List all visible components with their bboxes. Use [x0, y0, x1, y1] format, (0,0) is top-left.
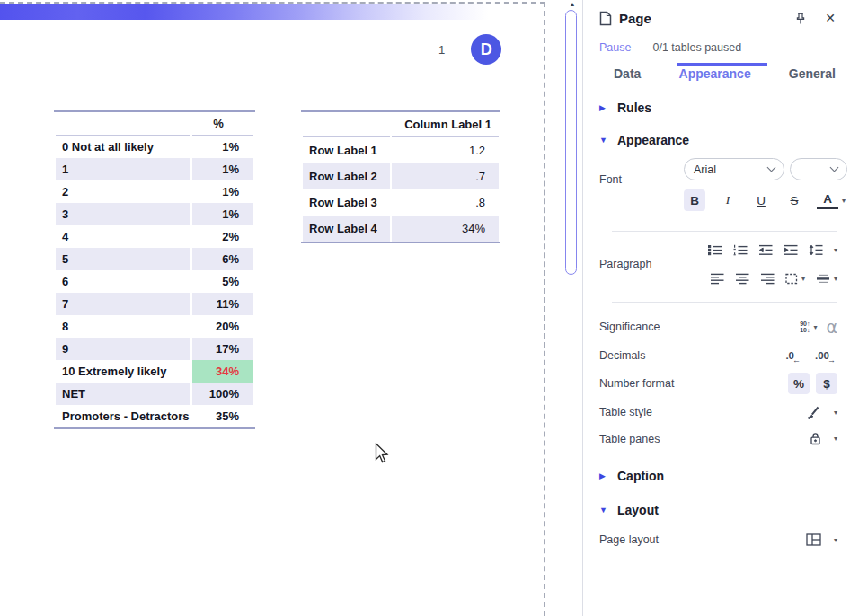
- row-label-cell[interactable]: 3: [56, 203, 190, 225]
- panel-tab[interactable]: General: [789, 66, 836, 81]
- nps-table-value-header[interactable]: %: [192, 112, 253, 136]
- borders-button[interactable]: ▾: [785, 273, 805, 285]
- indent-icon[interactable]: [784, 244, 798, 256]
- nps-table[interactable]: % 0 Not at all likely 1% 1 1% 2: [54, 110, 255, 429]
- pause-link[interactable]: Pause: [599, 41, 631, 54]
- row-value-cell[interactable]: 1%: [192, 180, 253, 203]
- table-row[interactable]: 8 20%: [56, 315, 253, 338]
- increase-decimals-button[interactable]: .00→: [815, 350, 837, 361]
- table-row[interactable]: 7 11%: [56, 293, 253, 315]
- row-value-cell[interactable]: 5%: [192, 270, 253, 293]
- strikethrough-button[interactable]: S: [784, 189, 805, 211]
- font-family-select[interactable]: Arial: [684, 158, 784, 180]
- table-style-button[interactable]: ▾: [807, 405, 837, 419]
- row-value-cell[interactable]: 1%: [192, 136, 253, 158]
- table-row[interactable]: Row Label 4 34%: [303, 216, 499, 242]
- row-label-cell[interactable]: Promoters - Detractors: [56, 405, 190, 427]
- section-caption[interactable]: ▶ Caption: [599, 469, 850, 483]
- bullet-list-icon[interactable]: [708, 244, 722, 256]
- table-row[interactable]: NET 100%: [56, 383, 253, 405]
- table-row[interactable]: 2 1%: [56, 180, 253, 203]
- vertical-scrollbar[interactable]: ▲: [564, 0, 580, 616]
- table-row[interactable]: Row Label 3 .8: [303, 189, 499, 216]
- row-value-cell[interactable]: 1%: [192, 158, 253, 180]
- row-label-cell[interactable]: 1: [56, 158, 190, 180]
- section-rules[interactable]: ▶ Rules: [599, 101, 850, 115]
- italic-button[interactable]: I: [717, 189, 739, 211]
- caret-down-icon: ▾: [834, 409, 837, 417]
- panel-tab[interactable]: Data: [614, 66, 641, 81]
- row-label-cell[interactable]: Row Label 2: [303, 163, 390, 189]
- page-canvas[interactable]: 1 D % 0 Not at all likely 1%: [0, 0, 566, 616]
- font-color-button[interactable]: A ▾: [817, 191, 846, 209]
- row-label-cell[interactable]: 0 Not at all likely: [56, 136, 190, 158]
- close-panel-button[interactable]: ✕: [823, 9, 837, 27]
- section-appearance[interactable]: ▼ Appearance: [599, 133, 850, 147]
- row-label-cell[interactable]: 9: [56, 338, 190, 360]
- table-row[interactable]: 9 17%: [56, 338, 253, 360]
- row-value-cell[interactable]: 35%: [192, 405, 253, 427]
- section-layout[interactable]: ▼ Layout: [599, 503, 850, 517]
- significance-button[interactable]: 90↑ 10↓ ▾: [800, 321, 817, 333]
- row-label-cell[interactable]: Row Label 1: [303, 137, 390, 163]
- row-value-cell[interactable]: 34%: [192, 360, 253, 383]
- table-row[interactable]: 0 Not at all likely 1%: [56, 136, 253, 158]
- numbered-list-icon[interactable]: [733, 244, 748, 256]
- decrease-decimals-button[interactable]: .0←: [785, 350, 802, 361]
- row-value-cell[interactable]: .7: [392, 163, 499, 189]
- line-spacing-icon[interactable]: [809, 244, 823, 256]
- underline-button[interactable]: U: [750, 189, 772, 211]
- scroll-up-arrow-icon[interactable]: ▲: [564, 0, 580, 9]
- outdent-icon[interactable]: [758, 244, 773, 256]
- row-label-cell[interactable]: Row Label 3: [303, 189, 390, 216]
- row-label-cell[interactable]: Row Label 4: [303, 216, 390, 242]
- percent-format-button[interactable]: %: [788, 373, 810, 394]
- table-row[interactable]: 4 2%: [56, 225, 253, 248]
- table-row[interactable]: 1 1%: [56, 158, 253, 180]
- row-value-cell[interactable]: 6%: [192, 248, 253, 270]
- table-row[interactable]: Row Label 2 .7: [303, 163, 499, 189]
- sample-table-column-header[interactable]: Column Label 1: [392, 112, 499, 137]
- panel-tab[interactable]: Appearance: [679, 66, 751, 81]
- row-label-cell[interactable]: 5: [56, 248, 190, 270]
- sample-table[interactable]: Column Label 1 Row Label 1 1.2 Row Label…: [301, 110, 500, 243]
- align-right-icon[interactable]: [760, 273, 775, 285]
- table-row[interactable]: 5 6%: [56, 248, 253, 270]
- row-value-cell[interactable]: 1.2: [392, 137, 499, 163]
- table-row[interactable]: Row Label 1 1.2: [303, 137, 499, 163]
- row-value-cell[interactable]: 34%: [392, 216, 499, 242]
- row-label-cell[interactable]: 6: [56, 270, 190, 293]
- page-header-gradient-bar: [0, 4, 519, 20]
- caret-down-icon[interactable]: ▾: [834, 246, 837, 254]
- row-label-cell[interactable]: 4: [56, 225, 190, 248]
- row-label-cell[interactable]: 8: [56, 315, 190, 338]
- row-value-cell[interactable]: 100%: [192, 383, 253, 405]
- align-left-icon[interactable]: [710, 273, 724, 285]
- chevron-down-icon: ▼: [599, 506, 612, 515]
- row-label-cell[interactable]: 7: [56, 293, 190, 315]
- row-value-cell[interactable]: 1%: [192, 203, 253, 225]
- bold-button[interactable]: B: [684, 189, 705, 211]
- row-value-cell[interactable]: 17%: [192, 338, 253, 360]
- table-row[interactable]: Promoters - Detractors 35%: [56, 405, 253, 427]
- row-value-cell[interactable]: 11%: [192, 293, 253, 315]
- row-value-cell[interactable]: .8: [392, 189, 499, 216]
- align-center-icon[interactable]: [735, 273, 749, 285]
- font-size-select[interactable]: [790, 158, 847, 180]
- row-label-cell[interactable]: NET: [56, 383, 190, 405]
- page-layout-button[interactable]: ▾: [806, 533, 837, 546]
- row-value-cell[interactable]: 2%: [192, 225, 253, 248]
- vertical-align-button[interactable]: ▾: [816, 273, 837, 285]
- row-label-cell[interactable]: 2: [56, 180, 190, 203]
- table-row[interactable]: 6 5%: [56, 270, 253, 293]
- table-panes-button[interactable]: ▾: [810, 432, 837, 445]
- pin-panel-button[interactable]: [792, 10, 809, 27]
- table-row[interactable]: 3 1%: [56, 203, 253, 225]
- alpha-significance-icon[interactable]: α: [826, 317, 837, 337]
- row-value-cell[interactable]: 20%: [192, 315, 253, 338]
- row-label-cell[interactable]: 10 Extremely likely: [56, 360, 190, 383]
- table-row[interactable]: 10 Extremely likely 34%: [56, 360, 253, 383]
- scrollbar-thumb[interactable]: [565, 10, 577, 275]
- displayr-logo[interactable]: D: [471, 34, 501, 65]
- currency-format-button[interactable]: $: [816, 373, 837, 394]
